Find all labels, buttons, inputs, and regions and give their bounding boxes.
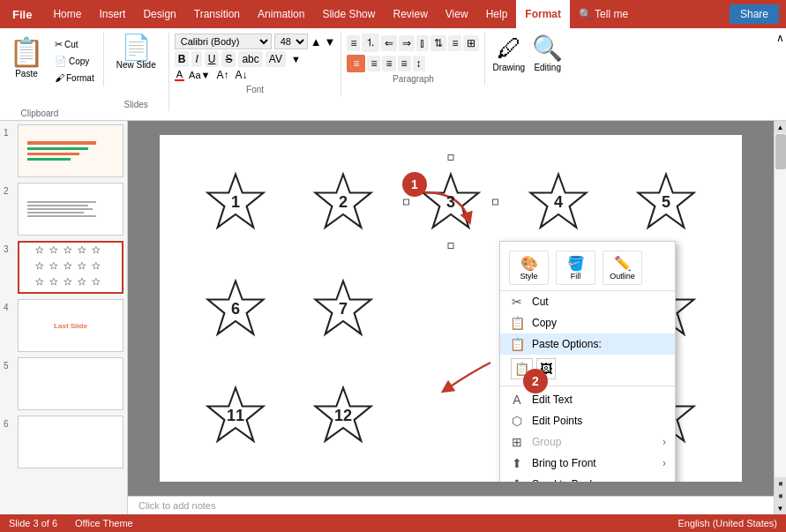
share-button[interactable]: Share <box>730 4 779 24</box>
paste-button[interactable]: 📋 Paste <box>5 34 48 80</box>
star-cell-7[interactable]: 7 <box>294 259 393 357</box>
insert-menu[interactable]: Insert <box>90 0 134 28</box>
ctx-group-item[interactable]: ⊞ Group › <box>500 431 675 453</box>
scroll-thumb[interactable] <box>775 134 786 169</box>
copy-button[interactable]: 📄 Copy <box>51 54 98 69</box>
review-menu[interactable]: Review <box>384 0 436 28</box>
align-center-button[interactable]: ≡ <box>367 56 380 71</box>
decrease-font-btn2[interactable]: A↓ <box>233 69 249 81</box>
bold-button[interactable]: B <box>175 51 190 67</box>
ctx-paste-options-item[interactable]: 📋 Paste Options: <box>500 333 675 355</box>
decrease-indent-button[interactable]: ⇐ <box>381 35 397 51</box>
scroll-down-button[interactable]: ▼ <box>775 502 787 514</box>
font-size-clear-button[interactable]: Aa▼ <box>187 70 212 80</box>
star-cell-4[interactable]: 4 <box>509 153 608 251</box>
svg-marker-0 <box>36 246 43 253</box>
clipboard-group: 📋 Paste ✂ Cut 📄 Copy 🖌 Format Clipboard <box>0 32 104 86</box>
new-slide-button[interactable]: 📄 New Slide <box>109 34 163 71</box>
scroll-up-button[interactable]: ▲ <box>775 121 787 133</box>
ctx-edit-points-item[interactable]: ⬡ Edit Points <box>500 410 675 431</box>
ctx-cut-item[interactable]: ✂ Cut <box>500 291 675 312</box>
cut-button[interactable]: ✂ Cut <box>51 37 98 52</box>
decrease-font-button[interactable]: ▼ <box>325 35 336 49</box>
ctx-fill-button[interactable]: 🪣 Fill <box>556 251 595 285</box>
transition-menu[interactable]: Transition <box>185 0 249 28</box>
slideshow-menu[interactable]: Slide Show <box>313 0 384 28</box>
slide-img-1[interactable] <box>18 124 124 177</box>
ctx-bring-to-front-item[interactable]: ⬆ Bring to Front › <box>500 453 675 474</box>
format-painter-button[interactable]: 🖌 Format <box>51 71 98 85</box>
slide-img-5[interactable] <box>18 357 124 410</box>
scroll-middle-button-2[interactable]: ◾ <box>775 490 787 502</box>
right-scrollbar[interactable]: ▲ ◾ ◾ ▼ <box>774 121 786 514</box>
slide-thumb-3[interactable]: 3 <box>4 241 124 294</box>
slide-thumb-1[interactable]: 1 <box>4 124 124 177</box>
scroll-middle-button[interactable]: ◾ <box>775 477 787 490</box>
ctx-copy-item[interactable]: 📋 Copy <box>500 312 675 333</box>
star-cell-5[interactable]: 5 <box>617 153 715 251</box>
ribbon-expand-button[interactable]: ∧ <box>776 32 784 44</box>
callout-1: 1 <box>402 172 427 197</box>
bullets-button[interactable]: ≡ <box>347 35 360 51</box>
text-direction-button[interactable]: ⇅ <box>430 35 446 51</box>
font-family-select[interactable]: Calibri (Body) <box>175 34 272 49</box>
numbering-button[interactable]: ⒈ <box>362 34 379 52</box>
help-menu[interactable]: Help <box>477 0 517 28</box>
shadow-button[interactable]: abc <box>238 51 262 67</box>
ctx-style-icon: 🎨 <box>520 255 538 272</box>
clipboard-label: Clipboard <box>0 107 79 118</box>
animation-menu[interactable]: Animation <box>249 0 313 28</box>
ctx-cut-label: Cut <box>532 296 549 308</box>
slide-thumb-5[interactable]: 5 <box>4 357 124 410</box>
slide-thumb-4[interactable]: 4 Last Slide <box>4 299 124 352</box>
paste-label: Paste <box>15 69 38 79</box>
increase-font-button[interactable]: ▲ <box>311 35 322 49</box>
increase-font-btn2[interactable]: A↑ <box>214 69 230 81</box>
align-text-button[interactable]: ≡ <box>448 35 461 51</box>
slide-img-2[interactable] <box>18 183 124 236</box>
file-menu[interactable]: File <box>0 0 44 28</box>
format-menu[interactable]: Format <box>516 0 570 28</box>
strikethrough-button[interactable]: S <box>221 51 236 67</box>
handle-left <box>403 199 409 205</box>
font-color-down[interactable]: ▼ <box>291 54 301 64</box>
slide-img-4[interactable]: Last Slide <box>18 299 124 352</box>
bring-front-icon: ⬆ <box>509 456 525 470</box>
smartart-button[interactable]: ⊞ <box>463 35 479 51</box>
align-right-button[interactable]: ≡ <box>382 56 395 71</box>
slide-thumb-2[interactable]: 2 <box>4 183 124 236</box>
slide-img-6[interactable] <box>18 416 124 468</box>
star-cell-3[interactable]: 3 <box>401 153 500 251</box>
ctx-style-button[interactable]: 🎨 Style <box>509 251 549 285</box>
view-menu[interactable]: View <box>437 0 477 28</box>
star-cell-11[interactable]: 11 <box>186 366 285 464</box>
star-cell-1[interactable]: 1 <box>186 153 285 251</box>
line-spacing-button[interactable]: ↕ <box>413 56 425 71</box>
star-cell-2[interactable]: 2 <box>294 153 393 251</box>
callout-2: 2 <box>523 369 548 393</box>
underline-button[interactable]: U <box>205 51 220 67</box>
char-spacing-button[interactable]: AV <box>266 51 286 67</box>
italic-button[interactable]: I <box>191 51 201 67</box>
slide-canvas[interactable]: 1 2 3 <box>160 135 742 482</box>
slide-img-3[interactable] <box>18 241 124 294</box>
star-cell-12[interactable]: 12 <box>294 366 393 464</box>
justify-button[interactable]: ≡ <box>398 56 411 71</box>
edit-points-icon: ⬡ <box>509 414 525 428</box>
design-menu[interactable]: Design <box>134 0 184 28</box>
slide-thumb-6[interactable]: 6 <box>4 416 124 468</box>
handle-bottom <box>448 243 454 249</box>
font-size-select[interactable]: 48 <box>274 34 308 49</box>
columns-button[interactable]: ⫿ <box>416 35 429 51</box>
increase-indent-button[interactable]: ⇒ <box>399 35 415 51</box>
tell-me-input[interactable]: 🔍 Tell me <box>570 0 637 28</box>
ctx-send-to-back-item[interactable]: ⬇ Send to Back <box>500 474 675 482</box>
align-left-button[interactable]: ≡ <box>347 55 365 72</box>
font-color-button[interactable]: A <box>175 69 184 81</box>
star-cell-6[interactable]: 6 <box>186 259 285 357</box>
home-menu[interactable]: Home <box>44 0 90 28</box>
drawing-section: 🖊 Drawing <box>492 34 525 72</box>
ctx-outline-button[interactable]: ✏️ Outline <box>603 251 642 285</box>
notes-bar[interactable]: Click to add notes <box>128 496 774 514</box>
ctx-edit-text-item[interactable]: A Edit Text <box>500 389 675 410</box>
